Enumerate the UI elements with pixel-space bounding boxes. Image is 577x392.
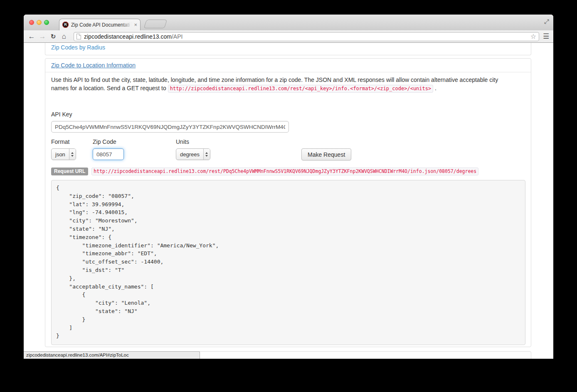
browser-toolbar: ← → ↻ ⌂ zipcodedistanceapi.redline13.com… [24,30,553,43]
minimize-window-button[interactable] [37,20,42,25]
url-text: zipcodedistanceapi.redline13.com/API [84,33,530,40]
reload-icon[interactable]: ↻ [48,33,59,40]
tab-title: Zip Code API Documentati [71,22,132,28]
units-label: Units [176,138,189,145]
api-description: Use this API to find out the city, state… [51,76,517,93]
panel-body: Use this API to find out the city, state… [45,73,531,347]
menu-icon[interactable]: ☰ [543,32,549,41]
back-icon[interactable]: ← [26,32,37,41]
units-select[interactable]: degrees [176,148,210,160]
screenshot-canvas: R Zip Code API Documentati × ⤢ ← → ↻ ⌂ z… [0,0,577,392]
link-zip-to-location-information[interactable]: Zip Code to Location Information [51,62,136,69]
browser-window: R Zip Code API Documentati × ⤢ ← → ↻ ⌂ z… [24,15,553,359]
close-window-button[interactable] [29,20,34,25]
zoom-window-button[interactable] [44,20,49,25]
select-stepper-icon [69,149,76,160]
tab-close-icon[interactable]: × [134,22,137,27]
api-key-input[interactable] [51,121,289,133]
panel-heading: Zip Code to Location Information [45,59,531,72]
format-select-value: json [52,149,69,160]
site-favicon: R [62,22,69,28]
json-response-block: { "zip_code": "08057", "lat": 39.969994,… [51,180,525,345]
panel-zip-codes-by-radius: Zip Codes by Radius [45,43,531,55]
new-tab-button[interactable] [144,20,168,28]
select-stepper-icon [203,149,210,160]
titlebar: R Zip Code API Documentati × ⤢ [24,15,553,30]
description-line1: Use this API to find out the city, state… [51,76,517,84]
link-zip-codes-by-radius[interactable]: Zip Codes by Radius [51,44,105,51]
url-bar[interactable]: zipcodedistanceapi.redline13.com/API ☆ [74,32,539,41]
browser-tab[interactable]: R Zip Code API Documentati × [59,19,141,30]
page-icon [76,34,81,39]
request-url-row: Request URL http://zipcodedistanceapi.re… [51,168,478,175]
request-url-badge: Request URL [51,168,88,175]
description-line2: names for a location. Send a GET request… [51,84,517,93]
zip-code-input[interactable] [93,148,124,160]
panel-zip-to-location: Zip Code to Location Information Use thi… [45,58,531,347]
format-select[interactable]: json [51,148,76,160]
format-label: Format [51,138,69,145]
status-bar: zipcodedistanceapi.redline13.com/API#zip… [24,351,200,359]
home-icon[interactable]: ⌂ [59,32,69,41]
endpoint-code: http://zipcodedistanceapi.redline13.com/… [168,85,434,93]
api-key-label: API Key [51,111,72,118]
units-select-value: degrees [176,149,203,160]
request-url-code: http://zipcodedistanceapi.redline13.com/… [91,168,478,175]
page-content: Zip Codes by Radius Zip Code to Location… [24,43,553,359]
url-domain: zipcodedistanceapi.redline13.com [84,33,172,40]
zip-code-label: Zip Code [93,138,116,145]
forward-icon[interactable]: → [37,32,48,41]
make-request-button[interactable]: Make Request [301,148,351,160]
bookmark-star-icon[interactable]: ☆ [530,33,536,40]
url-path: /API [172,33,182,40]
fullscreen-icon[interactable]: ⤢ [544,18,549,25]
